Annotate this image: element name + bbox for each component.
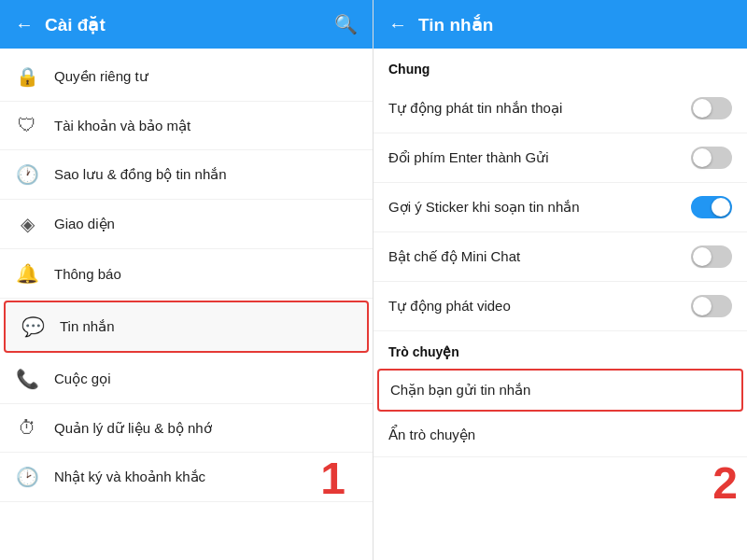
- menu-item-data[interactable]: ⏱Quản lý dữ liệu & bộ nhớ: [0, 404, 373, 453]
- left-header-title: Cài đặt: [45, 14, 106, 35]
- left-search-icon[interactable]: 🔍: [334, 13, 358, 35]
- menu-item-calls[interactable]: 📞Cuộc gọi: [0, 355, 373, 404]
- data-label: Quản lý dữ liệu & bộ nhớ: [54, 420, 212, 437]
- menu-item-theme[interactable]: ◈Giao diện: [0, 200, 373, 249]
- left-panel-wrapper: ← Cài đặt 🔍 🔒Quyền riêng tư🛡Tài khoản và…: [0, 0, 374, 560]
- section-label-chung: Chung: [374, 49, 747, 84]
- setting-item-block-send[interactable]: Chặn bạn gửi tin nhắn: [377, 369, 743, 412]
- calls-icon: 📞: [15, 368, 39, 390]
- privacy-label: Quyền riêng tư: [54, 68, 148, 85]
- sticker-suggest-toggle[interactable]: [691, 196, 732, 218]
- setting-item-auto-play-video[interactable]: Tự động phát video: [374, 282, 747, 331]
- left-header: ← Cài đặt 🔍: [0, 0, 373, 49]
- block-send-label: Chặn bạn gửi tin nhắn: [390, 382, 530, 399]
- setting-item-enter-send[interactable]: Đổi phím Enter thành Gửi: [374, 133, 747, 183]
- right-back-icon[interactable]: ←: [388, 14, 407, 35]
- right-panel-wrapper: ← Tin nhắn ChungTự động phát tin nhắn th…: [374, 0, 747, 560]
- hide-chat-label: Ẩn trò chuyện: [388, 427, 475, 443]
- left-panel: ← Cài đặt 🔍 🔒Quyền riêng tư🛡Tài khoản và…: [0, 0, 374, 560]
- menu-item-notification[interactable]: 🔔Thông báo: [0, 249, 373, 299]
- calls-label: Cuộc gọi: [54, 371, 111, 387]
- auto-play-voice-label: Tự động phát tin nhắn thoại: [388, 100, 562, 117]
- mini-chat-label: Bật chế độ Mini Chat: [388, 248, 520, 265]
- sticker-suggest-label: Gợi ý Sticker khi soạn tin nhắn: [388, 199, 580, 216]
- mini-chat-toggle[interactable]: [691, 245, 732, 268]
- menu-item-messages[interactable]: 💬Tin nhắn: [4, 301, 369, 353]
- right-header-title: Tin nhắn: [418, 14, 493, 35]
- menu-list: 🔒Quyền riêng tư🛡Tài khoản và bảo mật🕐Sao…: [0, 49, 373, 560]
- privacy-icon: 🔒: [15, 65, 39, 88]
- right-panel: ← Tin nhắn ChungTự động phát tin nhắn th…: [374, 0, 747, 560]
- enter-send-toggle[interactable]: [691, 147, 732, 169]
- right-number-badge: 2: [712, 457, 738, 509]
- backup-icon: 🕐: [15, 163, 39, 186]
- diary-icon: 🕑: [15, 466, 39, 488]
- notification-label: Thông báo: [54, 266, 121, 282]
- enter-send-label: Đổi phím Enter thành Gửi: [388, 149, 549, 166]
- menu-item-privacy[interactable]: 🔒Quyền riêng tư: [0, 52, 373, 102]
- auto-play-video-toggle[interactable]: [691, 295, 732, 317]
- theme-label: Giao diện: [54, 216, 115, 232]
- setting-item-mini-chat[interactable]: Bật chế độ Mini Chat: [374, 232, 747, 282]
- messages-label: Tin nhắn: [60, 318, 114, 335]
- account-icon: 🛡: [15, 115, 39, 136]
- auto-play-video-label: Tự động phát video: [388, 298, 511, 315]
- right-header: ← Tin nhắn: [374, 0, 747, 49]
- left-header-left: ← Cài đặt: [15, 14, 106, 35]
- settings-content: ChungTự động phát tin nhắn thoạiĐổi phím…: [374, 49, 747, 560]
- menu-item-account[interactable]: 🛡Tài khoản và bảo mật: [0, 102, 373, 150]
- left-back-icon[interactable]: ←: [15, 14, 34, 35]
- theme-icon: ◈: [15, 213, 39, 235]
- account-label: Tài khoản và bảo mật: [54, 118, 190, 134]
- setting-item-auto-play-voice[interactable]: Tự động phát tin nhắn thoại: [374, 84, 747, 133]
- notification-icon: 🔔: [15, 262, 39, 285]
- data-icon: ⏱: [15, 417, 39, 439]
- messages-icon: 💬: [21, 315, 45, 338]
- menu-item-diary[interactable]: 🕑Nhật ký và khoảnh khắc: [0, 453, 373, 502]
- left-number-badge: 1: [320, 453, 345, 504]
- auto-play-voice-toggle[interactable]: [691, 97, 732, 119]
- setting-item-sticker-suggest[interactable]: Gợi ý Sticker khi soạn tin nhắn: [374, 183, 747, 232]
- diary-label: Nhật ký và khoảnh khắc: [54, 469, 205, 485]
- backup-label: Sao lưu & đồng bộ tin nhắn: [54, 166, 227, 183]
- menu-item-backup[interactable]: 🕐Sao lưu & đồng bộ tin nhắn: [0, 150, 373, 200]
- section-label-tro-chuyen: Trò chuyện: [374, 331, 747, 367]
- setting-item-hide-chat[interactable]: Ẩn trò chuyện: [374, 413, 747, 457]
